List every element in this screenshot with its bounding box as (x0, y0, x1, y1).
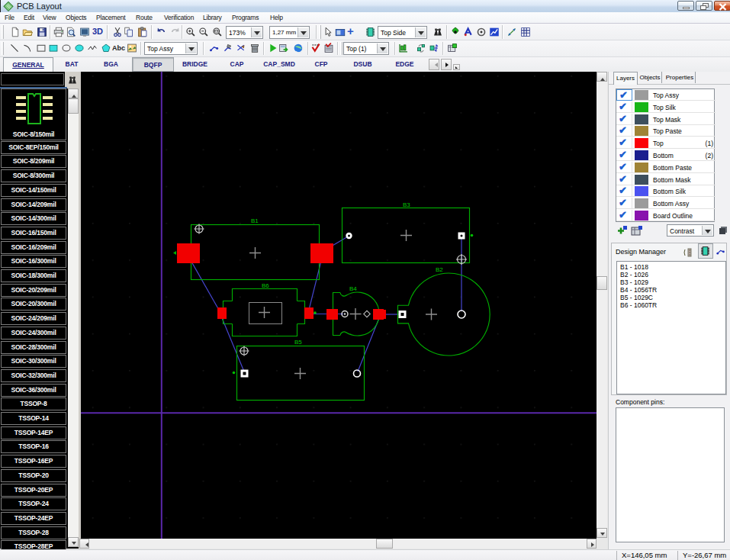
svg-text:B2: B2 (436, 266, 443, 273)
svg-text:B1: B1 (251, 217, 259, 224)
svg-text:B6: B6 (262, 282, 269, 289)
svg-text:B4: B4 (349, 285, 357, 292)
svg-text:B5: B5 (294, 339, 302, 346)
svg-text:B3: B3 (403, 201, 410, 208)
